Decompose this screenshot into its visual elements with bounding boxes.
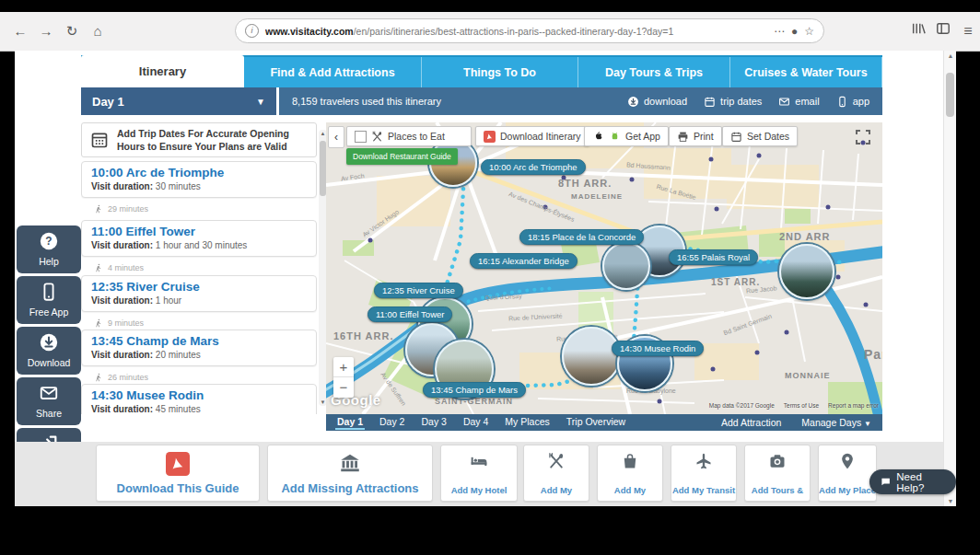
daybar-app-button[interactable]: app (836, 96, 869, 108)
scroll-up-icon[interactable]: ▲ (944, 52, 956, 59)
walk-segment: 9 minutes (94, 318, 144, 328)
map-footer-tab-day-3[interactable]: Day 3 (419, 415, 448, 430)
chevron-down-icon: ▼ (864, 420, 871, 428)
map-footer-tab-my-places[interactable]: My Places (503, 415, 551, 430)
sidebar-item-share[interactable]: Share (17, 377, 81, 425)
calendar-grid-icon (90, 131, 109, 149)
need-help-button[interactable]: Need Help? (869, 469, 956, 494)
tab-itinerary[interactable]: Itinerary (81, 55, 244, 87)
action-card-add-my-transit-5[interactable]: Add My Transit (671, 445, 737, 502)
map-area-label: MONNAIE (785, 371, 831, 380)
collapse-panel-button[interactable]: ‹ (328, 126, 344, 148)
pdf-icon (166, 452, 190, 476)
tab-day-tours-trips[interactable]: Day Tours & Trips (578, 57, 730, 87)
action-card-add-my-3[interactable]: Add My (523, 445, 589, 502)
itinerary-item-arc-de-triomphe[interactable]: 10:00 Arc de TriompheVisit duration: 30 … (81, 161, 317, 198)
envelope-icon (778, 96, 790, 108)
scroll-down-icon[interactable]: ▼ (944, 498, 956, 504)
plane-icon (694, 452, 713, 470)
map-marker-11-00-eiffel-tower[interactable]: 11:00 Eiffel Tower (368, 306, 452, 322)
download-restaurant-guide-button[interactable]: Download Restaurant Guide (346, 148, 458, 165)
library-icon[interactable] (907, 20, 929, 42)
url-text: www.visitacity.com/en/paris/itineraries/… (265, 26, 767, 37)
itinerary-item-river-cruise[interactable]: 12:35 River CruiseVisit duration: 1 hour (81, 275, 317, 312)
action-card-add-my-4[interactable]: Add My (597, 445, 663, 502)
bookmark-star-icon[interactable]: ☆ (804, 25, 814, 38)
map-marker-16-55-palais-royal[interactable]: 16:55 Palais Royal (669, 249, 758, 265)
terms-link[interactable]: Terms of Use (784, 402, 819, 409)
marker-photo-palais-royal[interactable] (779, 244, 834, 299)
sidebar-item-download[interactable]: Download (17, 327, 81, 375)
forward-button[interactable]: → (35, 20, 57, 42)
report-link[interactable]: Report a map error (828, 402, 879, 409)
map-marker-18-15-place-de-la-concorde[interactable]: 18:15 Place de la Concorde (519, 229, 644, 245)
sidebar-item-free-app[interactable]: Free App (17, 276, 81, 324)
tab-find-add-attractions[interactable]: Find & Add Attractions (244, 57, 422, 87)
zoom-in-button[interactable]: + (333, 357, 354, 376)
get-app-button[interactable]: Get App (584, 126, 669, 146)
itinerary-item-title: 11:00 Eiffel Tower (91, 225, 307, 238)
action-card-add-my-hotel-2[interactable]: Add My Hotel (440, 445, 518, 502)
map-marker-16-15-alexander-bridge[interactable]: 16:15 Alexander Bridge (470, 253, 578, 269)
manage-days-dropdown[interactable]: Manage Days ▼ (799, 416, 873, 429)
action-card-add-tours--6[interactable]: Add Tours & (744, 445, 811, 502)
fullscreen-icon[interactable] (854, 128, 872, 146)
map-footer-tab-day-4[interactable]: Day 4 (461, 415, 490, 430)
list-scroll-thumb[interactable] (320, 141, 326, 196)
action-card-download-this-guide-0[interactable]: Download This Guide (96, 445, 260, 502)
tab-things-to-do[interactable]: Things To Do (422, 57, 578, 87)
places-to-eat-toggle[interactable]: Places to Eat (346, 126, 472, 146)
map-canvas[interactable]: ‹ Places to Eat Download Restaurant Guid… (326, 122, 882, 414)
map-area-label: 8TH ARR. (558, 178, 612, 189)
itinerary-item-eiffel-tower[interactable]: 11:00 Eiffel TowerVisit duration: 1 hour… (81, 220, 317, 257)
bed-icon (470, 452, 488, 470)
menu-icon[interactable]: ≡ (957, 20, 979, 42)
daybar-trip-dates-button[interactable]: trip dates (704, 96, 762, 108)
itinerary-item-champ-de-mars[interactable]: 13:45 Champ de MarsVisit duration: 20 mi… (81, 330, 317, 366)
sidebar-toggle-icon[interactable] (932, 20, 954, 42)
map-marker-14-30-musee-rodin[interactable]: 14:30 Musee Rodin (612, 341, 704, 356)
reload-button[interactable]: ↻ (61, 20, 83, 42)
pin-icon (838, 452, 857, 470)
walk-icon (94, 373, 103, 382)
action-card-add-missing-attractions-1[interactable]: Add Missing Attractions (267, 445, 433, 502)
marker-photo-alexander-bridge[interactable] (602, 242, 650, 290)
print-button[interactable]: Print (669, 126, 722, 146)
daybar-email-button[interactable]: email (778, 96, 819, 108)
map-marker-13-45-champ-de-mars[interactable]: 13:45 Champ de Mars (423, 382, 526, 398)
site-info-icon[interactable]: i (245, 24, 259, 38)
map-footer-bar: Day 1Day 2Day 3Day 4My PlacesTrip Overvi… (326, 414, 882, 431)
main-tabs: ItineraryFind & Add AttractionsThings To… (81, 55, 882, 87)
daybar-download-button[interactable]: download (627, 96, 687, 108)
add-attraction-link[interactable]: Add Attraction (719, 416, 783, 429)
shield-icon[interactable]: ● (791, 25, 798, 38)
page-scrollbar[interactable]: ▲ ▼ (943, 51, 956, 506)
sidebar-item-help[interactable]: ?Help (17, 225, 81, 273)
itinerary-item-duration: Visit duration: 30 minutes (91, 181, 307, 191)
zoom-out-button[interactable]: − (333, 377, 354, 397)
set-dates-button[interactable]: Set Dates (722, 126, 798, 146)
url-bar[interactable]: i www.visitacity.com/en/paris/itinerarie… (235, 18, 824, 43)
walk-segment: 29 minutes (94, 204, 148, 214)
download-itinerary-button[interactable]: Download Itinerary (475, 126, 589, 146)
daybar-action-label: app (853, 96, 869, 107)
back-button[interactable]: ← (9, 20, 31, 42)
day-selector-dropdown[interactable]: Day 1 ▼ (81, 87, 276, 115)
page-actions-icon[interactable]: ⋯ (774, 25, 785, 38)
walk-segment: 4 minutes (94, 263, 144, 272)
itinerary-item-musee-rodin[interactable]: 14:30 Musee RodinVisit duration: 45 minu… (81, 384, 317, 414)
action-card-add-my-place-7[interactable]: Add My Place (818, 445, 877, 502)
tab-cruises-water-tours[interactable]: Cruises & Water Tours (730, 57, 882, 87)
sidebar-item-label: Help (17, 256, 81, 267)
action-card-label: Add My (524, 485, 589, 495)
checkbox-icon[interactable] (355, 131, 367, 143)
map-footer-tab-day-1[interactable]: Day 1 (335, 415, 365, 430)
map-marker-12-35-river-cruise[interactable]: 12:35 River Cruise (374, 283, 463, 298)
home-button[interactable]: ⌂ (87, 20, 109, 42)
page-scroll-thumb[interactable] (946, 73, 954, 117)
map-footer-tab-trip-overview[interactable]: Trip Overview (565, 415, 627, 430)
trip-dates-notice[interactable]: Add Trip Dates For Accurate OpeningHours… (81, 122, 317, 157)
map-marker-10-00-arc-de-triomphe[interactable]: 10:00 Arc de Triomphe (481, 159, 586, 175)
map-footer-tab-day-2[interactable]: Day 2 (378, 415, 406, 430)
marker-photo-musee-rodin-1[interactable] (562, 327, 621, 386)
